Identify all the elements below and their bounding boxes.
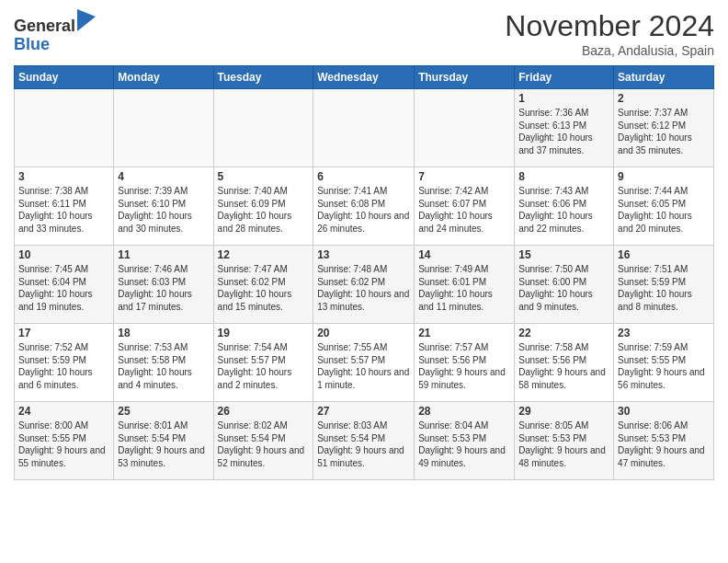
day-number: 29 <box>518 405 609 418</box>
title-block: November 2024 Baza, Andalusia, Spain <box>505 9 714 58</box>
day-number: 10 <box>18 248 109 261</box>
calendar-day-cell: 5Sunrise: 7:40 AM Sunset: 6:09 PM Daylig… <box>213 167 313 246</box>
calendar-day-cell: 6Sunrise: 7:41 AM Sunset: 6:08 PM Daylig… <box>313 167 415 246</box>
day-number: 9 <box>618 170 710 183</box>
day-number: 24 <box>18 405 109 418</box>
header: General Blue November 2024 Baza, Andalus… <box>14 9 714 58</box>
calendar-week-row: 3Sunrise: 7:38 AM Sunset: 6:11 PM Daylig… <box>15 167 714 246</box>
calendar-day-cell: 28Sunrise: 8:04 AM Sunset: 5:53 PM Dayli… <box>415 402 515 480</box>
day-info: Sunrise: 7:58 AM Sunset: 5:56 PM Dayligh… <box>518 341 609 391</box>
day-info: Sunrise: 7:46 AM Sunset: 6:03 PM Dayligh… <box>118 263 209 313</box>
day-number: 30 <box>618 405 710 418</box>
calendar-day-cell: 19Sunrise: 7:54 AM Sunset: 5:57 PM Dayli… <box>213 324 313 402</box>
calendar-day-cell <box>213 89 313 167</box>
calendar-body: 1Sunrise: 7:36 AM Sunset: 6:13 PM Daylig… <box>15 89 714 480</box>
calendar-day-cell: 21Sunrise: 7:57 AM Sunset: 5:56 PM Dayli… <box>415 324 515 402</box>
day-number: 16 <box>618 248 710 261</box>
calendar-day-cell: 22Sunrise: 7:58 AM Sunset: 5:56 PM Dayli… <box>515 324 614 402</box>
day-number: 15 <box>518 248 609 261</box>
day-info: Sunrise: 8:06 AM Sunset: 5:53 PM Dayligh… <box>618 419 710 469</box>
svg-marker-0 <box>77 9 96 31</box>
day-number: 21 <box>418 327 510 339</box>
day-info: Sunrise: 7:52 AM Sunset: 5:59 PM Dayligh… <box>18 341 109 391</box>
logo-icon <box>77 9 96 31</box>
day-info: Sunrise: 7:37 AM Sunset: 6:12 PM Dayligh… <box>618 107 710 156</box>
calendar-day-cell: 18Sunrise: 7:53 AM Sunset: 5:58 PM Dayli… <box>114 324 213 402</box>
day-number: 13 <box>317 248 410 261</box>
day-number: 26 <box>218 405 310 418</box>
page: General Blue November 2024 Baza, Andalus… <box>0 0 728 489</box>
day-info: Sunrise: 7:47 AM Sunset: 6:02 PM Dayligh… <box>218 263 310 313</box>
day-number: 17 <box>18 327 109 339</box>
calendar-day-cell: 9Sunrise: 7:44 AM Sunset: 6:05 PM Daylig… <box>614 167 714 246</box>
calendar-day-cell: 24Sunrise: 8:00 AM Sunset: 5:55 PM Dayli… <box>15 402 114 480</box>
weekday-header-cell: Monday <box>114 66 213 89</box>
day-info: Sunrise: 7:36 AM Sunset: 6:13 PM Dayligh… <box>518 107 609 156</box>
day-info: Sunrise: 7:48 AM Sunset: 6:02 PM Dayligh… <box>317 263 410 313</box>
logo-blue: Blue <box>14 35 50 53</box>
logo: General Blue <box>14 9 96 54</box>
calendar-day-cell <box>114 89 213 167</box>
day-number: 11 <box>118 248 209 261</box>
day-info: Sunrise: 7:38 AM Sunset: 6:11 PM Dayligh… <box>18 185 109 235</box>
day-number: 2 <box>618 92 710 105</box>
day-info: Sunrise: 8:00 AM Sunset: 5:55 PM Dayligh… <box>18 419 109 469</box>
day-number: 20 <box>317 327 410 339</box>
day-number: 18 <box>118 327 209 339</box>
calendar-day-cell: 7Sunrise: 7:42 AM Sunset: 6:07 PM Daylig… <box>415 167 515 246</box>
calendar-day-cell: 25Sunrise: 8:01 AM Sunset: 5:54 PM Dayli… <box>114 402 213 480</box>
day-info: Sunrise: 7:39 AM Sunset: 6:10 PM Dayligh… <box>118 185 209 235</box>
calendar-day-cell: 12Sunrise: 7:47 AM Sunset: 6:02 PM Dayli… <box>213 246 313 324</box>
logo-general: General <box>14 17 75 35</box>
day-info: Sunrise: 7:41 AM Sunset: 6:08 PM Dayligh… <box>317 185 410 235</box>
calendar-day-cell: 10Sunrise: 7:45 AM Sunset: 6:04 PM Dayli… <box>15 246 114 324</box>
day-info: Sunrise: 7:50 AM Sunset: 6:00 PM Dayligh… <box>518 263 609 313</box>
day-number: 12 <box>218 248 310 261</box>
calendar-day-cell: 29Sunrise: 8:05 AM Sunset: 5:53 PM Dayli… <box>515 402 614 480</box>
calendar-day-cell: 15Sunrise: 7:50 AM Sunset: 6:00 PM Dayli… <box>515 246 614 324</box>
calendar-table: SundayMondayTuesdayWednesdayThursdayFrid… <box>14 65 714 480</box>
weekday-header-cell: Friday <box>515 66 614 89</box>
weekday-header-cell: Saturday <box>614 66 714 89</box>
day-number: 19 <box>218 327 310 339</box>
day-info: Sunrise: 7:42 AM Sunset: 6:07 PM Dayligh… <box>418 185 510 235</box>
calendar-day-cell <box>415 89 515 167</box>
calendar-day-cell: 27Sunrise: 8:03 AM Sunset: 5:54 PM Dayli… <box>313 402 415 480</box>
day-number: 8 <box>518 170 609 183</box>
calendar-day-cell: 16Sunrise: 7:51 AM Sunset: 5:59 PM Dayli… <box>614 246 714 324</box>
weekday-header-cell: Tuesday <box>213 66 313 89</box>
day-number: 6 <box>317 170 410 183</box>
month-title: November 2024 <box>505 9 714 43</box>
day-number: 23 <box>618 327 710 339</box>
calendar-week-row: 17Sunrise: 7:52 AM Sunset: 5:59 PM Dayli… <box>15 324 714 402</box>
day-number: 14 <box>418 248 510 261</box>
day-number: 3 <box>18 170 109 183</box>
weekday-header-cell: Wednesday <box>313 66 415 89</box>
calendar-day-cell: 30Sunrise: 8:06 AM Sunset: 5:53 PM Dayli… <box>614 402 714 480</box>
day-info: Sunrise: 7:53 AM Sunset: 5:58 PM Dayligh… <box>118 341 209 391</box>
day-info: Sunrise: 7:45 AM Sunset: 6:04 PM Dayligh… <box>18 263 109 313</box>
calendar-day-cell: 14Sunrise: 7:49 AM Sunset: 6:01 PM Dayli… <box>415 246 515 324</box>
location: Baza, Andalusia, Spain <box>505 43 714 58</box>
day-info: Sunrise: 8:01 AM Sunset: 5:54 PM Dayligh… <box>118 419 209 469</box>
day-info: Sunrise: 7:51 AM Sunset: 5:59 PM Dayligh… <box>618 263 710 313</box>
calendar-day-cell: 20Sunrise: 7:55 AM Sunset: 5:57 PM Dayli… <box>313 324 415 402</box>
calendar-day-cell <box>15 89 114 167</box>
day-number: 1 <box>518 92 609 105</box>
day-info: Sunrise: 8:02 AM Sunset: 5:54 PM Dayligh… <box>218 419 310 469</box>
day-number: 28 <box>418 405 510 418</box>
calendar-day-cell: 4Sunrise: 7:39 AM Sunset: 6:10 PM Daylig… <box>114 167 213 246</box>
day-info: Sunrise: 7:43 AM Sunset: 6:06 PM Dayligh… <box>518 185 609 235</box>
calendar-day-cell: 2Sunrise: 7:37 AM Sunset: 6:12 PM Daylig… <box>614 89 714 167</box>
day-number: 27 <box>317 405 410 418</box>
day-info: Sunrise: 7:40 AM Sunset: 6:09 PM Dayligh… <box>218 185 310 235</box>
day-info: Sunrise: 7:55 AM Sunset: 5:57 PM Dayligh… <box>317 341 410 391</box>
day-info: Sunrise: 7:54 AM Sunset: 5:57 PM Dayligh… <box>218 341 310 391</box>
calendar-day-cell: 13Sunrise: 7:48 AM Sunset: 6:02 PM Dayli… <box>313 246 415 324</box>
day-number: 7 <box>418 170 510 183</box>
day-info: Sunrise: 7:44 AM Sunset: 6:05 PM Dayligh… <box>618 185 710 235</box>
day-info: Sunrise: 8:05 AM Sunset: 5:53 PM Dayligh… <box>518 419 609 469</box>
calendar-day-cell <box>313 89 415 167</box>
calendar-week-row: 1Sunrise: 7:36 AM Sunset: 6:13 PM Daylig… <box>15 89 714 167</box>
calendar-week-row: 24Sunrise: 8:00 AM Sunset: 5:55 PM Dayli… <box>15 402 714 480</box>
